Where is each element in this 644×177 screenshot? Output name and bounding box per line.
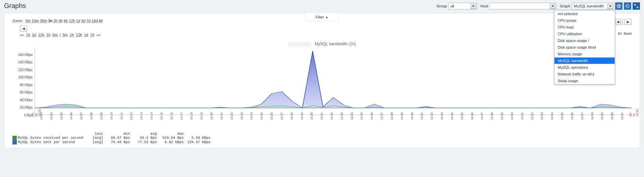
zoom-option[interactable]: 14d (92, 19, 98, 23)
nav-fwd[interactable]: 7d (90, 33, 94, 37)
legend-row: MySQL bytes sent per second[avg]78.46 Bp… (12, 140, 632, 144)
graph-dropdown[interactable]: not selectedCPU jumpsCPU loadCPU utiliza… (554, 10, 615, 84)
x-tick: 14:57 (581, 112, 584, 120)
host-select[interactable] (489, 3, 556, 9)
x-tick: 14:41 (420, 112, 423, 120)
legend-col: avg (130, 132, 157, 136)
dropdown-option[interactable]: MySQL bandwidth (554, 57, 615, 64)
filter-label: Filter (316, 15, 324, 19)
x-tick: 14:05 (60, 112, 63, 120)
scroll-step-right-button[interactable]: ▶ (624, 19, 632, 25)
zoom-option[interactable]: 5m (26, 19, 31, 23)
x-tick: 14:39 (400, 112, 404, 120)
zoom-option[interactable]: 1h (48, 19, 52, 23)
dropdown-option[interactable]: CPU utilization (554, 31, 615, 37)
graph-select[interactable]: MySQL bandwidth (571, 3, 614, 9)
x-tick: 14:15 (160, 112, 163, 120)
nav-fwd[interactable]: 1d (84, 33, 88, 37)
x-tick: 14:03 (40, 112, 43, 120)
x-tick: 14:10 (110, 112, 113, 120)
x-tick: 14:33 (340, 112, 343, 120)
filter-toggle[interactable]: Filter ▲ (305, 13, 338, 21)
legend-swatch (12, 136, 17, 140)
nav-back[interactable]: 1h (46, 33, 50, 37)
zoom-option[interactable]: 15m (32, 19, 39, 23)
x-tick: 14:36 (370, 112, 373, 120)
x-tick: 14:31 (320, 112, 323, 120)
opt-1h[interactable]: 1h (618, 32, 622, 36)
scroll-left-button[interactable]: ◀ (20, 25, 27, 32)
zoom-option[interactable]: All (98, 19, 102, 23)
x-tick: 14:12 (130, 112, 133, 120)
dropdown-option[interactable]: Swap usage (554, 77, 615, 84)
x-tick: 14:24 (250, 112, 253, 120)
x-tick: 14:54 (550, 112, 554, 120)
legend-min: 60.2 Bps (130, 136, 157, 140)
legend-min: 77.53 Bps (130, 140, 157, 144)
legend-agg: [avg] (86, 136, 103, 140)
y-tick: 120 KBps (18, 68, 33, 71)
x-tick: 14:32 (330, 112, 333, 120)
dropdown-option[interactable]: Network traffic on eth1 (554, 71, 615, 77)
zoom-option[interactable]: 12h (69, 19, 75, 23)
legend-agg: [avg] (86, 140, 103, 144)
right-opts: 1h fixed (618, 32, 632, 36)
x-axis: 14:0314:0414:0514:0614:0714:0814:0914:10… (35, 112, 632, 126)
zoom-option[interactable]: 7d (86, 19, 90, 23)
opt-fixed[interactable]: fixed (624, 32, 632, 36)
x-tick: 14:21 (220, 112, 223, 120)
x-tick: 14:14 (150, 112, 153, 120)
dropdown-option[interactable]: CPU load (554, 24, 615, 31)
y-tick: 60 KBps (20, 91, 33, 94)
zoom-option[interactable]: 6h (64, 19, 68, 23)
x-tick: 14:22 (230, 112, 233, 120)
legend-row: MySQL bytes received per second[avg]60.5… (12, 136, 632, 140)
nav-fwd[interactable]: 5m (63, 33, 68, 37)
scroll-right-button[interactable]: ▶| (615, 19, 623, 25)
zoom-option[interactable]: 3d (81, 19, 85, 23)
group-select[interactable]: all (448, 3, 477, 9)
chart-area (35, 48, 632, 115)
legend-swatch (12, 140, 17, 144)
x-tick: 14:52 (531, 112, 534, 120)
x-tick: 14:37 (380, 112, 383, 120)
x-tick: 14:43 (440, 112, 444, 120)
legend: lastminavgmax MySQL bytes received per s… (4, 131, 640, 148)
chevron-down-icon (471, 4, 476, 9)
dropdown-option[interactable]: Memory usage (554, 51, 615, 57)
nav-back[interactable]: 7d (26, 33, 30, 37)
x-tick: 14:30 (310, 112, 313, 120)
nav-fwd[interactable]: 1h (70, 33, 74, 37)
x-tick: 14:45 (460, 112, 464, 120)
graph-value: MySQL bandwidth (574, 4, 604, 8)
zoom-option[interactable]: 1d (76, 19, 80, 23)
dropdown-option[interactable]: Disk space usage /boot (554, 44, 615, 51)
x-tick: 14:06 (70, 112, 73, 120)
zoom-option[interactable]: 3h (59, 19, 63, 23)
fullscreen-button[interactable] (633, 2, 640, 10)
x-tick: 14:27 (280, 112, 283, 120)
chart-svg (35, 48, 632, 115)
nav-fwd[interactable]: 12h (76, 33, 82, 37)
zoom-option[interactable]: 2h (53, 19, 57, 23)
dropdown-option[interactable]: MySQL operations (554, 64, 615, 71)
dropdown-option[interactable]: CPU jumps (554, 17, 615, 24)
nav-back[interactable]: 1d (32, 33, 36, 37)
nav-back[interactable]: 12h (38, 33, 44, 37)
dropdown-option[interactable]: not selected (554, 10, 615, 17)
dropdown-option[interactable]: Disk space usage / (554, 37, 615, 44)
nav-back[interactable]: 5m (52, 33, 57, 37)
legend-name: MySQL bytes received per second (18, 136, 86, 140)
legend-col: min (103, 132, 130, 136)
y-tick: 100 KBps (18, 75, 33, 79)
zoom-option[interactable]: 30m (40, 19, 47, 23)
refresh-button[interactable] (624, 2, 631, 10)
legend-avg: 528.84 Bps (157, 136, 184, 140)
y-axis: 0 Bps20 KBps40 KBps60 KBps80 KBps100 KBp… (12, 48, 35, 115)
x-tick: 14:16 (170, 112, 173, 120)
y-tick: 20 KBps (20, 106, 33, 109)
y-tick: 140 KBps (18, 60, 33, 64)
chevron-down-icon (607, 4, 613, 9)
favorite-button[interactable] (615, 2, 623, 10)
x-tick: 14:07 (80, 112, 83, 120)
